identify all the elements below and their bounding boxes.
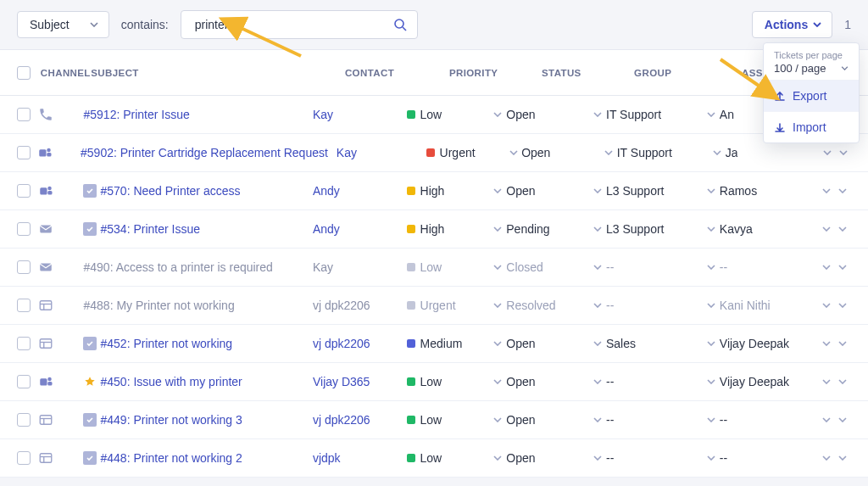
ticket-subject-link[interactable]: #570: Need Printer access — [100, 184, 240, 198]
ticket-subject-link[interactable]: #452: Printer not working — [100, 337, 232, 350]
contact-link[interactable]: vj dpk2206 — [313, 299, 370, 312]
assigned-dropdown[interactable] — [818, 341, 835, 346]
status-dropdown[interactable] — [589, 226, 606, 232]
priority-dropdown[interactable] — [490, 455, 507, 461]
search-icon[interactable] — [393, 18, 407, 31]
status-dropdown[interactable] — [589, 188, 606, 193]
status-dropdown[interactable] — [589, 379, 606, 384]
status-dropdown[interactable] — [589, 265, 606, 270]
ticket-subject-link[interactable]: #448: Printer not working 2 — [100, 451, 242, 465]
contact-link[interactable]: Kay — [313, 260, 333, 274]
row-checkbox[interactable] — [17, 108, 31, 121]
contact-link[interactable]: Kay — [337, 146, 357, 159]
contact-link[interactable]: vjdpk — [313, 451, 341, 465]
row-menu[interactable] — [834, 265, 851, 270]
row-checkbox[interactable] — [17, 375, 31, 388]
group-dropdown[interactable] — [703, 112, 720, 117]
priority-indicator — [426, 148, 435, 157]
assigned-dropdown[interactable] — [818, 379, 835, 384]
group-dropdown[interactable] — [703, 341, 720, 346]
row-menu[interactable] — [834, 455, 851, 461]
channel-panel-icon — [38, 336, 53, 351]
status-dropdown[interactable] — [589, 455, 606, 461]
group-dropdown[interactable] — [703, 188, 720, 193]
priority-dropdown[interactable] — [490, 112, 507, 117]
group-dropdown[interactable] — [703, 455, 720, 461]
priority-dropdown[interactable] — [490, 341, 507, 346]
status-dropdown[interactable] — [601, 150, 617, 155]
row-menu[interactable] — [834, 303, 851, 308]
row-menu[interactable] — [834, 417, 851, 422]
assigned-dropdown[interactable] — [818, 417, 835, 422]
header-status[interactable]: Status — [542, 68, 634, 78]
status-dropdown[interactable] — [589, 303, 606, 308]
import-action[interactable]: Import — [764, 111, 859, 142]
header-contact[interactable]: Contact — [345, 68, 449, 78]
group-dropdown[interactable] — [703, 303, 720, 308]
row-checkbox[interactable] — [17, 260, 31, 274]
header-group[interactable]: Group — [634, 68, 742, 78]
priority-dropdown[interactable] — [490, 188, 507, 193]
ticket-subject-link[interactable]: #449: Printer not working 3 — [100, 413, 242, 427]
priority-value: Low — [420, 375, 442, 388]
group-dropdown[interactable] — [703, 265, 720, 270]
ticket-subject-link[interactable]: #5912: Printer Issue — [83, 108, 189, 121]
priority-dropdown[interactable] — [490, 417, 507, 422]
header-subject[interactable]: Subject — [91, 68, 345, 78]
group-dropdown[interactable] — [703, 379, 720, 384]
contact-link[interactable]: vj dpk2206 — [313, 413, 370, 427]
contact-link[interactable]: Andy — [313, 222, 340, 236]
priority-value: Low — [420, 451, 442, 465]
ticket-subject-link[interactable]: #450: Issue with my printer — [100, 375, 242, 388]
assigned-dropdown[interactable] — [819, 150, 835, 155]
assigned-dropdown[interactable] — [818, 265, 835, 270]
filter-field-select[interactable]: Subject — [17, 11, 109, 38]
status-value: Open — [506, 375, 535, 388]
ticket-subject-link[interactable]: #488: My Printer not working — [83, 299, 234, 312]
filter-value-input[interactable] — [192, 11, 393, 38]
priority-dropdown[interactable] — [490, 226, 507, 232]
status-dropdown[interactable] — [589, 112, 606, 117]
row-menu[interactable] — [834, 226, 851, 232]
row-checkbox[interactable] — [17, 299, 31, 312]
assigned-dropdown[interactable] — [818, 455, 835, 461]
contact-link[interactable]: Vijay D365 — [313, 375, 370, 388]
priority-indicator — [407, 416, 415, 424]
group-dropdown[interactable] — [703, 226, 720, 232]
contact-link[interactable]: Andy — [313, 184, 340, 198]
contact-link[interactable]: vj dpk2206 — [313, 337, 370, 350]
priority-dropdown[interactable] — [490, 265, 507, 270]
group-dropdown[interactable] — [703, 417, 720, 422]
row-checkbox[interactable] — [17, 146, 31, 159]
row-checkbox[interactable] — [17, 451, 31, 465]
ticket-subject-link[interactable]: #534: Printer Issue — [100, 222, 200, 236]
row-checkbox[interactable] — [17, 222, 31, 236]
status-dropdown[interactable] — [589, 417, 606, 422]
select-all-checkbox[interactable] — [17, 66, 31, 80]
actions-button[interactable]: Actions — [752, 11, 832, 38]
contact-link[interactable]: Kay — [313, 108, 333, 121]
row-menu[interactable] — [835, 150, 851, 155]
row-checkbox[interactable] — [17, 413, 31, 427]
row-checkbox[interactable] — [17, 184, 31, 198]
priority-dropdown[interactable] — [490, 379, 507, 384]
status-dropdown[interactable] — [589, 341, 606, 346]
row-menu[interactable] — [834, 341, 851, 346]
priority-dropdown[interactable] — [490, 303, 507, 308]
export-action[interactable]: Export — [764, 81, 859, 111]
ticket-subject-link[interactable]: #5902: Printer Cartridge Replacement Req… — [81, 146, 328, 159]
header-channel[interactable]: Channel — [41, 68, 92, 78]
priority-value: Urgent — [420, 299, 456, 312]
assigned-dropdown[interactable] — [818, 226, 835, 232]
assigned-dropdown[interactable] — [818, 303, 835, 308]
assigned-dropdown[interactable] — [818, 188, 835, 193]
header-priority[interactable]: Priority — [449, 68, 542, 78]
priority-dropdown[interactable] — [505, 150, 521, 155]
row-menu[interactable] — [834, 379, 851, 384]
row-checkbox[interactable] — [17, 337, 31, 350]
group-value: Sales — [606, 337, 636, 350]
group-dropdown[interactable] — [709, 150, 726, 155]
tickets-per-page-select[interactable]: 100 / page — [774, 62, 849, 75]
row-menu[interactable] — [834, 188, 851, 193]
ticket-subject-link[interactable]: #490: Access to a printer is required — [83, 260, 272, 274]
